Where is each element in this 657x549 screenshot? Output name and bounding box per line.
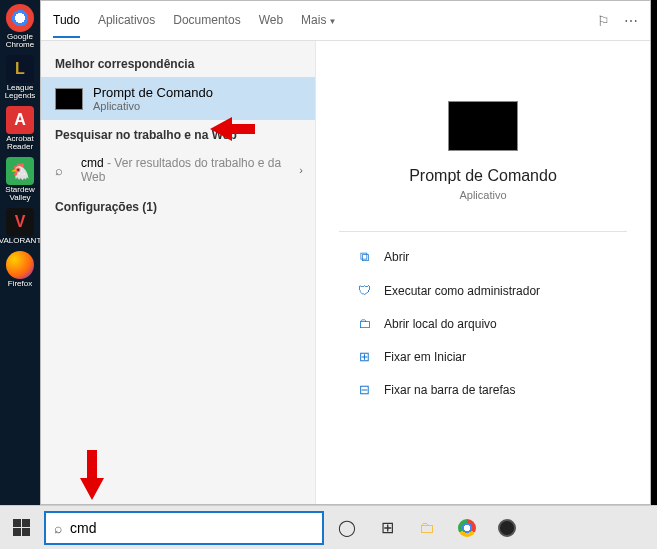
valorant-icon: V (6, 208, 34, 236)
web-search-result[interactable]: ⌕ cmd - Ver resultados do trabalho e da … (41, 148, 315, 192)
web-search-header: Pesquisar no trabalho e na Web (41, 120, 315, 148)
acrobat-icon: A (6, 106, 34, 134)
desktop-icon-lol[interactable]: L League Legends (2, 55, 38, 100)
action-pin-start[interactable]: ⊞ Fixar em Iniciar (346, 340, 620, 373)
chrome-icon (458, 519, 476, 537)
stardew-icon: 🐔 (6, 157, 34, 185)
feedback-icon[interactable]: ⚐ (597, 13, 610, 29)
action-open[interactable]: ⧉ Abrir (346, 240, 620, 274)
open-icon: ⧉ (356, 249, 372, 265)
obs-icon (498, 519, 516, 537)
desktop: Google Chrome L League Legends A Acrobat… (0, 0, 40, 505)
search-icon: ⌕ (54, 520, 62, 536)
windows-logo-icon (13, 519, 30, 536)
divider (339, 231, 626, 232)
pin-taskbar-icon: ⊟ (356, 382, 372, 397)
chevron-right-icon: › (299, 164, 303, 176)
chevron-down-icon: ▼ (328, 17, 336, 26)
start-button[interactable] (4, 511, 38, 545)
taskbar: ⌕ ◯ ⊞ 🗀 (0, 505, 657, 549)
obs-button[interactable] (490, 511, 524, 545)
taskbar-search[interactable]: ⌕ (44, 511, 324, 545)
chrome-button[interactable] (450, 511, 484, 545)
result-name: Prompt de Comando (93, 85, 213, 100)
tab-documents[interactable]: Documentos (173, 3, 240, 38)
cortana-button[interactable]: ◯ (330, 511, 364, 545)
tab-web[interactable]: Web (259, 3, 283, 38)
result-sub: Aplicativo (93, 100, 213, 112)
best-match-header: Melhor correspondência (41, 49, 315, 77)
tab-more[interactable]: Mais▼ (301, 3, 336, 38)
details-pane: Prompt de Comando Aplicativo ⧉ Abrir 🛡 E… (316, 41, 650, 504)
shield-icon: 🛡 (356, 283, 372, 298)
pin-start-icon: ⊞ (356, 349, 372, 364)
settings-header: Configurações (1) (41, 192, 315, 220)
folder-icon: 🗀 (356, 316, 372, 331)
action-open-location[interactable]: 🗀 Abrir local do arquivo (346, 307, 620, 340)
firefox-icon (6, 251, 34, 279)
search-panel: Tudo Aplicativos Documentos Web Mais▼ ⚐ … (40, 0, 651, 505)
lol-icon: L (6, 55, 34, 83)
results-list: Melhor correspondência Prompt de Comando… (41, 41, 316, 504)
app-large-icon (448, 101, 518, 151)
cmd-icon (55, 88, 83, 110)
search-input[interactable] (70, 520, 314, 536)
desktop-icon-stardew[interactable]: 🐔 Stardew Valley (2, 157, 38, 202)
best-match-result[interactable]: Prompt de Comando Aplicativo (41, 77, 315, 120)
tab-all[interactable]: Tudo (53, 3, 80, 38)
desktop-icon-acrobat[interactable]: A Acrobat Reader (2, 106, 38, 151)
desktop-icon-firefox[interactable]: Firefox (2, 251, 38, 288)
details-sub: Aplicativo (459, 189, 506, 201)
search-panel-header: Tudo Aplicativos Documentos Web Mais▼ ⚐ … (41, 1, 650, 41)
desktop-icon-chrome[interactable]: Google Chrome (2, 4, 38, 49)
taskview-button[interactable]: ⊞ (370, 511, 404, 545)
tab-apps[interactable]: Aplicativos (98, 3, 155, 38)
action-pin-taskbar[interactable]: ⊟ Fixar na barra de tarefas (346, 373, 620, 406)
details-title: Prompt de Comando (409, 167, 557, 185)
desktop-icon-valorant[interactable]: V VALORANT (2, 208, 38, 245)
action-run-admin[interactable]: 🛡 Executar como administrador (346, 274, 620, 307)
chrome-icon (6, 4, 34, 32)
details-actions: ⧉ Abrir 🛡 Executar como administrador 🗀 … (316, 240, 650, 406)
explorer-button[interactable]: 🗀 (410, 511, 444, 545)
search-icon: ⌕ (55, 163, 71, 178)
search-tabs: Tudo Aplicativos Documentos Web Mais▼ (53, 3, 597, 38)
options-icon[interactable]: ⋯ (624, 13, 638, 29)
